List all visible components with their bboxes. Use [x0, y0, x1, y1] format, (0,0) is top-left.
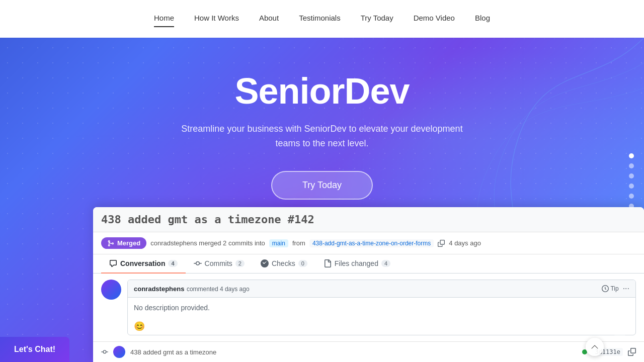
head-branch-link[interactable]: 438-add-gmt-as-a-time-zone-on-order-form…: [309, 239, 434, 247]
comment-time: commented 4 days ago: [187, 286, 250, 293]
comment-header: conradstephens commented 4 days ago Tip …: [128, 280, 635, 298]
side-dot-1[interactable]: [629, 153, 634, 158]
tab-files-changed[interactable]: Files changed 4: [315, 254, 398, 274]
chevron-up-icon: [591, 343, 599, 351]
navbar: Home How It Works About Testimonials Try…: [0, 0, 644, 38]
tab-files-changed-count: 4: [381, 260, 390, 267]
nav-testimonials[interactable]: Testimonials: [299, 14, 341, 24]
avatar: [101, 280, 121, 300]
try-today-button[interactable]: Try Today: [271, 171, 373, 200]
commits-icon: [194, 259, 202, 267]
tab-commits-count: 2: [235, 260, 245, 267]
more-button[interactable]: ···: [623, 284, 629, 293]
avatar-image: [101, 280, 121, 300]
side-dot-3[interactable]: [629, 173, 634, 178]
hero-title: SeniorDev: [234, 70, 409, 112]
chevron-right-icon: [616, 324, 624, 332]
nav-links: Home How It Works About Testimonials Try…: [154, 14, 490, 24]
side-dot-2[interactable]: [629, 163, 634, 168]
conversation-icon: [109, 259, 117, 267]
comment-section: conradstephens commented 4 days ago Tip …: [93, 274, 644, 341]
side-nav-dots: [629, 153, 634, 209]
commit-row-icon: [101, 348, 108, 355]
tab-conversation-count: 4: [168, 260, 177, 267]
side-dot-6[interactable]: [629, 204, 634, 209]
tab-commits[interactable]: Commits 2: [186, 254, 253, 274]
tab-checks-count: 0: [298, 260, 307, 267]
comment-row: conradstephens commented 4 days ago Tip …: [101, 280, 636, 335]
side-dot-4[interactable]: [629, 184, 634, 189]
nav-try-today[interactable]: Try Today: [361, 14, 393, 24]
comment-body: No description provided.: [128, 298, 635, 318]
chat-widget[interactable]: Let's Chat!: [0, 337, 69, 362]
nav-demo-video[interactable]: Demo Video: [414, 14, 455, 24]
emoji-button[interactable]: 😊: [134, 321, 145, 332]
comment-box: conradstephens commented 4 days ago Tip …: [127, 280, 636, 335]
tip-label: Tip: [610, 285, 618, 292]
commit-avatar: [113, 346, 125, 358]
merge-icon: [107, 240, 114, 247]
copy-icon[interactable]: [438, 240, 445, 247]
merge-info-text: conradstephens merged 2 commits into: [150, 239, 265, 247]
tab-conversation[interactable]: Conversation 4: [101, 254, 186, 274]
comment-actions: Tip ···: [602, 284, 629, 293]
tab-checks-label: Checks: [272, 259, 295, 267]
nav-home[interactable]: Home: [154, 14, 174, 24]
scroll-up-button[interactable]: [586, 338, 604, 356]
nav-how-it-works[interactable]: How It Works: [194, 14, 239, 24]
github-panel: 438 added gmt as a timezone #142 Merged …: [93, 207, 644, 362]
tip-button[interactable]: Tip: [602, 285, 618, 292]
comment-footer: 😊: [128, 318, 635, 335]
commit-text: 438 added gmt as a timezone: [130, 348, 216, 356]
pr-tabs: Conversation 4 Commits 2 Checks 0 Files …: [93, 254, 644, 274]
commit-row: 438 added gmt as a timezone 3d1131e: [93, 341, 644, 362]
comment-author[interactable]: conradstephens: [134, 285, 184, 293]
pr-title: 438 added gmt as a timezone #142: [101, 213, 314, 226]
tab-files-changed-label: Files changed: [335, 259, 378, 267]
nav-blog[interactable]: Blog: [475, 14, 490, 24]
merged-badge: Merged: [101, 237, 146, 249]
commit-avatar-img: [113, 346, 125, 358]
copy-hash-icon[interactable]: [628, 348, 636, 356]
merged-label: Merged: [117, 239, 140, 247]
tip-icon: [602, 285, 609, 292]
pr-meta: Merged conradstephens merged 2 commits i…: [93, 232, 644, 254]
files-changed-icon: [324, 259, 332, 267]
hero-subtitle: Streamline your business with SeniorDev …: [171, 122, 473, 151]
pr-header: 438 added gmt as a timezone #142: [93, 207, 644, 232]
tab-checks[interactable]: Checks 0: [253, 254, 315, 274]
merge-time: 4 days ago: [449, 239, 481, 247]
next-arrow-button[interactable]: [611, 319, 629, 337]
from-label: from: [292, 239, 305, 247]
checks-icon: [261, 259, 269, 267]
tab-commits-label: Commits: [205, 259, 232, 267]
tab-conversation-label: Conversation: [120, 259, 165, 267]
side-dot-5[interactable]: [629, 194, 634, 199]
base-branch-link[interactable]: main: [269, 239, 288, 247]
comment-meta: conradstephens commented 4 days ago: [134, 284, 250, 293]
nav-about[interactable]: About: [259, 14, 279, 24]
comment-body-text: No description provided.: [134, 304, 210, 312]
